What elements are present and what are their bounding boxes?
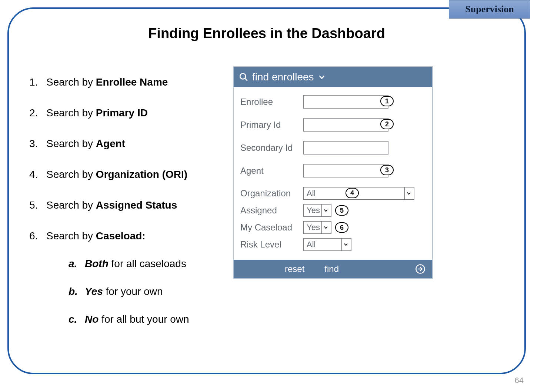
label-assigned: Assigned	[240, 205, 303, 216]
svg-point-0	[240, 73, 246, 79]
label-organization: Organization	[240, 188, 303, 199]
sub-a: a.Both for all caseloads	[69, 257, 229, 270]
row-my-caseload: My Caseload Yes 6	[240, 221, 425, 234]
callout-5: 5	[335, 205, 348, 216]
row-primary-id: Primary Id 2	[240, 118, 425, 132]
chevron-down-icon	[318, 73, 326, 81]
row-risk-level: Risk Level All	[240, 238, 425, 251]
callout-4: 4	[346, 188, 359, 198]
svg-line-1	[245, 78, 247, 81]
step-3: Search by Agent	[29, 137, 229, 150]
chevron-down-icon	[321, 205, 330, 216]
panel-footer: reset find	[234, 260, 432, 278]
panel-header-text: find enrollees	[252, 71, 314, 83]
risk-level-value: All	[307, 240, 341, 249]
callout-1: 1	[380, 96, 394, 106]
find-button[interactable]: find	[324, 264, 339, 274]
row-agent: Agent 3	[240, 164, 425, 177]
label-primary-id: Primary Id	[240, 120, 303, 130]
label-risk-level: Risk Level	[240, 239, 303, 250]
step-4: Search by Organization (ORI)	[29, 168, 229, 181]
panel-header[interactable]: find enrollees	[234, 67, 432, 87]
supervision-tag: Supervision	[449, 0, 530, 19]
organization-select[interactable]: All	[303, 187, 414, 200]
sub-b: b.Yes for your own	[69, 285, 229, 298]
chevron-down-icon	[341, 239, 350, 250]
step-2: Search by Primary ID	[29, 106, 229, 119]
agent-input[interactable]	[303, 164, 388, 177]
label-secondary-id: Secondary Id	[240, 143, 303, 153]
label-my-caseload: My Caseload	[240, 222, 303, 233]
label-enrollee: Enrollee	[240, 97, 303, 107]
search-icon	[239, 72, 248, 82]
step-1: Search by Enrollee Name	[29, 76, 229, 89]
sub-c: c.No for all but your own	[69, 313, 229, 326]
find-enrollees-panel: find enrollees Enrollee 1 Primary Id 2 S…	[233, 66, 433, 279]
assigned-select[interactable]: Yes	[303, 204, 331, 217]
label-agent: Agent	[240, 166, 303, 176]
panel-body: Enrollee 1 Primary Id 2 Secondary Id Age…	[234, 87, 432, 260]
secondary-id-input[interactable]	[303, 141, 388, 155]
primary-id-input[interactable]	[303, 118, 388, 132]
arrow-right-circle-icon[interactable]	[415, 264, 425, 274]
assigned-value: Yes	[307, 206, 321, 215]
step-5: Search by Assigned Status	[29, 199, 229, 212]
enrollee-input[interactable]	[303, 95, 388, 109]
callout-3: 3	[380, 165, 394, 175]
slide-frame: Finding Enrollees in the Dashboard Searc…	[7, 7, 526, 374]
chevron-down-icon	[321, 222, 330, 233]
callout-6: 6	[335, 222, 348, 233]
step-6: Search by Caseload: a.Both for all casel…	[29, 229, 229, 326]
reset-button[interactable]: reset	[285, 264, 304, 274]
steps-list: Search by Enrollee Name Search by Primar…	[29, 76, 229, 343]
callout-2: 2	[380, 119, 394, 129]
my-caseload-select[interactable]: Yes	[303, 221, 331, 234]
page-title: Finding Enrollees in the Dashboard	[9, 26, 524, 41]
page-number: 64	[515, 376, 524, 385]
row-enrollee: Enrollee 1	[240, 95, 425, 109]
chevron-down-icon	[404, 187, 413, 199]
row-organization: Organization All 4	[240, 187, 425, 200]
risk-level-select[interactable]: All	[303, 238, 351, 251]
my-caseload-value: Yes	[307, 223, 321, 232]
row-assigned: Assigned Yes 5	[240, 204, 425, 217]
row-secondary-id: Secondary Id	[240, 141, 425, 155]
